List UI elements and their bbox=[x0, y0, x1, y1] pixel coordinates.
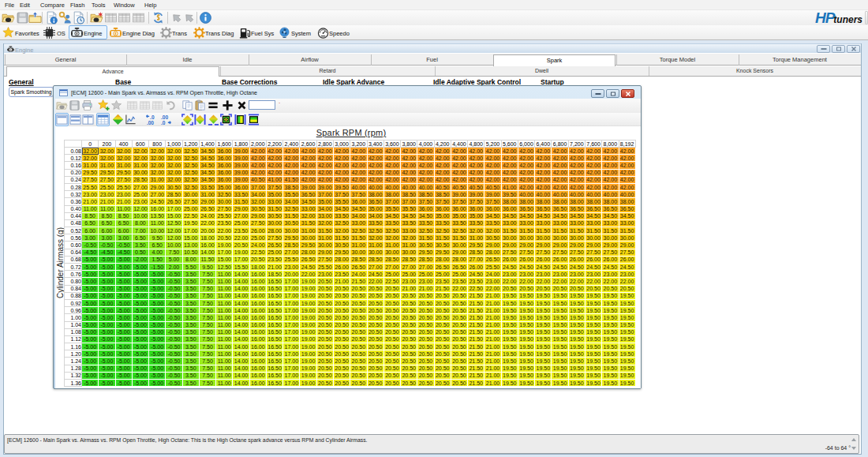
svg-text:.00: .00 bbox=[161, 114, 168, 120]
svg-text:.00: .00 bbox=[147, 120, 154, 125]
svg-text:.0: .0 bbox=[150, 114, 155, 120]
svg-text:.0: .0 bbox=[161, 120, 166, 125]
